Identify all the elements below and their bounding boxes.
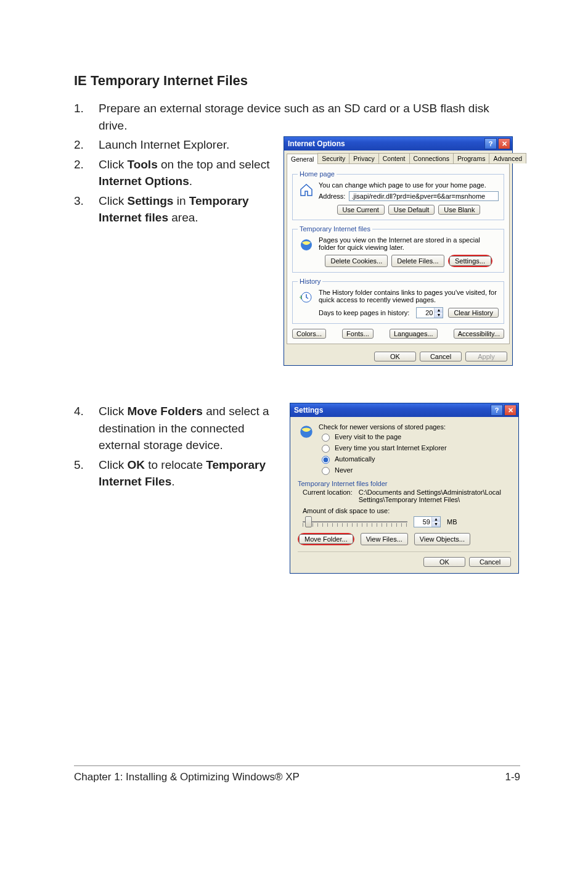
- use-blank-button[interactable]: Use Blank: [438, 205, 480, 215]
- home-icon: [298, 181, 315, 199]
- languages-button[interactable]: Languages...: [390, 329, 438, 339]
- address-label: Address:: [319, 192, 345, 200]
- tab-programs[interactable]: Programs: [453, 153, 490, 163]
- check-versions-label: Check for newer versions of stored pages…: [319, 423, 511, 431]
- footer-page: 1-9: [505, 771, 520, 783]
- radio-every-visit[interactable]: Every visit to the page: [319, 432, 511, 442]
- step-text: Click Move Folders and select a destinat…: [99, 403, 277, 454]
- legend-temp: Temporary Internet files: [298, 225, 372, 233]
- legend-history: History: [298, 278, 322, 285]
- tab-general[interactable]: General: [287, 154, 318, 164]
- section-heading: IE Temporary Internet Files: [74, 73, 520, 89]
- ie-globe-icon: [298, 236, 315, 254]
- ok-button[interactable]: OK: [374, 352, 416, 361]
- disk-space-slider[interactable]: [303, 516, 407, 528]
- step-number: 2.: [74, 136, 99, 154]
- radio-never[interactable]: Never: [319, 465, 511, 475]
- temp-desc: Pages you view on the Internet are store…: [319, 236, 499, 251]
- days-spinner[interactable]: ▲▼: [416, 307, 443, 318]
- tab-content[interactable]: Content: [378, 153, 410, 163]
- settings-dialog: Settings ? ✕ Check for newer versions of…: [290, 403, 519, 574]
- use-current-button[interactable]: Use Current: [337, 205, 385, 215]
- help-button[interactable]: ?: [491, 405, 503, 416]
- days-input[interactable]: [417, 309, 434, 316]
- disk-space-label: Amount of disk space to use:: [303, 507, 511, 514]
- step-number: 3.: [74, 192, 99, 226]
- step-text: Prepare an external storage device such …: [99, 100, 520, 134]
- close-button[interactable]: ✕: [504, 405, 517, 416]
- clear-history-button[interactable]: Clear History: [448, 308, 499, 318]
- address-input[interactable]: [349, 191, 499, 201]
- spin-up-icon[interactable]: ▲: [432, 517, 440, 522]
- step-text: Launch Internet Explorer.: [99, 136, 271, 154]
- dialog-title: Internet Options: [288, 139, 345, 148]
- use-default-button[interactable]: Use Default: [388, 205, 435, 215]
- apply-button[interactable]: Apply: [465, 352, 507, 361]
- legend-home: Home page: [298, 170, 337, 178]
- home-page-group: Home page You can change which page to u…: [292, 170, 504, 220]
- accessibility-button[interactable]: Accessibility...: [454, 329, 504, 339]
- tab-privacy[interactable]: Privacy: [349, 153, 378, 163]
- home-desc: You can change which page to use for you…: [319, 181, 499, 189]
- history-group: History The History folder contains link…: [292, 278, 504, 324]
- move-folder-button[interactable]: Move Folder...: [299, 534, 353, 544]
- cancel-button[interactable]: Cancel: [469, 557, 511, 567]
- step-number: 2.: [74, 156, 99, 190]
- help-button[interactable]: ?: [484, 138, 497, 149]
- settings-highlight: Settings...: [448, 255, 492, 267]
- step-number: 5.: [74, 456, 99, 490]
- radio-automatically[interactable]: Automatically: [319, 454, 511, 464]
- step-text: Click Tools on the top and select Intern…: [99, 156, 271, 190]
- settings-button[interactable]: Settings...: [449, 256, 491, 266]
- delete-cookies-button[interactable]: Delete Cookies...: [325, 255, 388, 267]
- fonts-button[interactable]: Fonts...: [342, 329, 374, 339]
- step-text: Click OK to relocate Temporary Internet …: [99, 456, 277, 490]
- current-location-label: Current location:: [303, 489, 353, 503]
- titlebar[interactable]: Internet Options ? ✕: [284, 137, 512, 151]
- days-label: Days to keep pages in history:: [319, 309, 411, 316]
- tab-advanced[interactable]: Advanced: [489, 153, 526, 163]
- internet-options-dialog: Internet Options ? ✕ General Security Pr…: [284, 136, 513, 366]
- ie-globe-icon: [298, 423, 315, 440]
- tab-strip: General Security Privacy Content Connect…: [284, 151, 512, 163]
- disk-space-input[interactable]: [414, 518, 431, 526]
- spin-up-icon[interactable]: ▲: [435, 308, 443, 313]
- folder-section-label: Temporary Internet files folder: [298, 480, 511, 487]
- radio-every-start[interactable]: Every time you start Internet Explorer: [319, 443, 511, 453]
- disk-space-spinner[interactable]: ▲▼: [414, 516, 441, 527]
- temp-files-group: Temporary Internet files Pages you view …: [292, 225, 504, 273]
- history-icon: [298, 289, 315, 306]
- titlebar[interactable]: Settings ? ✕: [290, 403, 518, 417]
- view-objects-button[interactable]: View Objects...: [414, 533, 470, 545]
- step-number: 1.: [74, 100, 99, 134]
- step-text: Click Settings in Temporary Internet fil…: [99, 192, 271, 226]
- cancel-button[interactable]: Cancel: [420, 352, 462, 361]
- delete-files-button[interactable]: Delete Files...: [391, 255, 444, 267]
- tab-security[interactable]: Security: [317, 153, 349, 163]
- dialog-title: Settings: [294, 406, 323, 415]
- footer-chapter: Chapter 1: Installing & Optimizing Windo…: [74, 771, 300, 783]
- colors-button[interactable]: Colors...: [292, 329, 326, 339]
- page-footer: Chapter 1: Installing & Optimizing Windo…: [74, 765, 520, 783]
- ok-button[interactable]: OK: [423, 557, 465, 567]
- move-folder-highlight: Move Folder...: [298, 533, 354, 545]
- spin-down-icon[interactable]: ▼: [435, 313, 443, 318]
- spin-down-icon[interactable]: ▼: [432, 522, 440, 527]
- history-desc: The History folder contains links to pag…: [319, 289, 499, 303]
- slider-thumb-icon[interactable]: [305, 516, 312, 527]
- close-button[interactable]: ✕: [498, 138, 510, 149]
- tab-connections[interactable]: Connections: [409, 153, 454, 163]
- current-location-value: C:\Documents and Settings\Administrator\…: [359, 489, 511, 503]
- step-number: 4.: [74, 403, 99, 454]
- view-files-button[interactable]: View Files...: [361, 533, 408, 545]
- disk-space-unit: MB: [447, 518, 457, 526]
